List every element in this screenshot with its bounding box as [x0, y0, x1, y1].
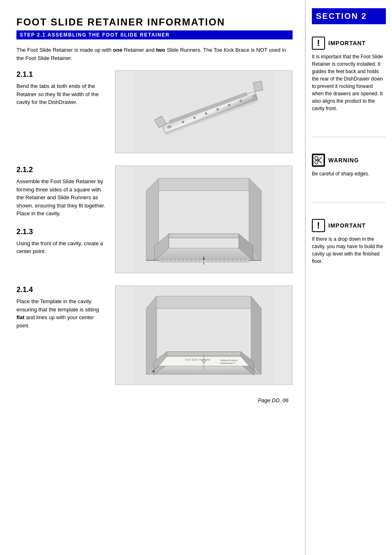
section-2-1-3-num: 2.1.3 — [16, 228, 107, 236]
section-2-1-2-desc: Assemble the Foot Slide Retainer by form… — [16, 177, 107, 218]
sidebar: SECTION 2 ! IMPORTANT It is important th… — [306, 0, 392, 555]
section-2-1-1-desc: Bend the tabs at both ends of the Retain… — [16, 82, 107, 106]
notice-1-label: IMPORTANT — [328, 40, 366, 46]
svg-marker-22 — [169, 234, 239, 238]
sidebar-section-header: SECTION 2 — [312, 8, 386, 24]
section-2-1-4-bold: flat — [16, 314, 25, 320]
notice-3-label: IMPORTANT — [328, 222, 366, 229]
section-2-1-1-num: 2.1.1 — [16, 70, 107, 79]
svg-text:Pattern/Product: Pattern/Product — [220, 359, 238, 362]
notice-2-label: WARNING — [328, 157, 359, 164]
section-2-1-2-3: 2.1.2 Assemble the Foot Slide Retainer b… — [16, 166, 293, 273]
main-content: FOOT SLIDE RETAINER INFORMATION STEP 2.1… — [0, 0, 306, 555]
intro-bold-two: two — [156, 47, 165, 53]
section-2-1-1: 2.1.1 Bend the tabs at both ends of the … — [16, 70, 293, 153]
section-2-1-4-desc: Place the Template in the cavity ensurin… — [16, 297, 107, 329]
notice-3-text: If there is a drop down in the cavity, y… — [312, 235, 386, 265]
section-2-1-4: 2.1.4 Place the Template in the cavity e… — [16, 286, 293, 385]
section-2-1-1-svg — [134, 71, 274, 153]
page-number: Page DD_06 — [16, 397, 293, 403]
step-header: STEP 2.1 ASSEMBLING THE FOOT SLIDE RETAI… — [16, 30, 293, 39]
section-2-1-4-svg: Foot Slide Template Pattern/Product Dish… — [134, 286, 274, 385]
notice-box-1: ! IMPORTANT It is important that the Foo… — [312, 37, 386, 112]
sidebar-divider-2 — [312, 202, 386, 203]
svg-text:DishDrawer™: DishDrawer™ — [220, 362, 235, 364]
svg-marker-15 — [146, 178, 261, 191]
scissors-svg — [313, 154, 324, 166]
svg-rect-3 — [253, 81, 263, 92]
section-2-1-2-3-image — [115, 166, 293, 273]
notice-2-text: Be careful of sharp edges. — [312, 170, 386, 177]
warning-icon — [312, 154, 325, 167]
section-2-label-block: SECTION 2 — [312, 8, 386, 24]
intro-text: The Foot Slide Retainer is made up with … — [16, 46, 293, 62]
section-2-1-3-desc: Using the front of the cavity, create a … — [16, 240, 107, 256]
section-2-1-1-text: 2.1.1 Bend the tabs at both ends of the … — [16, 70, 107, 106]
notice-box-2: WARNING Be careful of sharp edges. — [312, 154, 386, 177]
notice-1-text: It is important that the Foot Slide Reta… — [312, 53, 386, 112]
svg-marker-48 — [146, 296, 261, 309]
notice-3-header: ! IMPORTANT — [312, 219, 386, 232]
section-2-1-1-image — [115, 70, 293, 153]
intro-bold-one: one — [113, 47, 122, 53]
important-icon-1: ! — [312, 37, 325, 50]
notice-box-3: ! IMPORTANT If there is a drop down in t… — [312, 219, 386, 265]
notice-2-header: WARNING — [312, 154, 386, 167]
section-2-1-2-3-text: 2.1.2 Assemble the Foot Slide Retainer b… — [16, 166, 107, 256]
svg-text:Foot Slide Template: Foot Slide Template — [185, 358, 210, 362]
section-2-1-4-text: 2.1.4 Place the Template in the cavity e… — [16, 286, 107, 329]
page-container: FOOT SLIDE RETAINER INFORMATION STEP 2.1… — [0, 0, 392, 555]
sidebar-divider-1 — [312, 137, 386, 137]
notice-1-header: ! IMPORTANT — [312, 37, 386, 50]
section-2-1-2-3-svg — [134, 166, 274, 273]
page-title: FOOT SLIDE RETAINER INFORMATION — [16, 16, 293, 28]
section-2-1-2-num: 2.1.2 — [16, 166, 107, 174]
section-2-1-4-num: 2.1.4 — [16, 286, 107, 294]
important-icon-2: ! — [312, 219, 325, 232]
section-2-1-4-image: Foot Slide Template Pattern/Product Dish… — [115, 286, 293, 385]
